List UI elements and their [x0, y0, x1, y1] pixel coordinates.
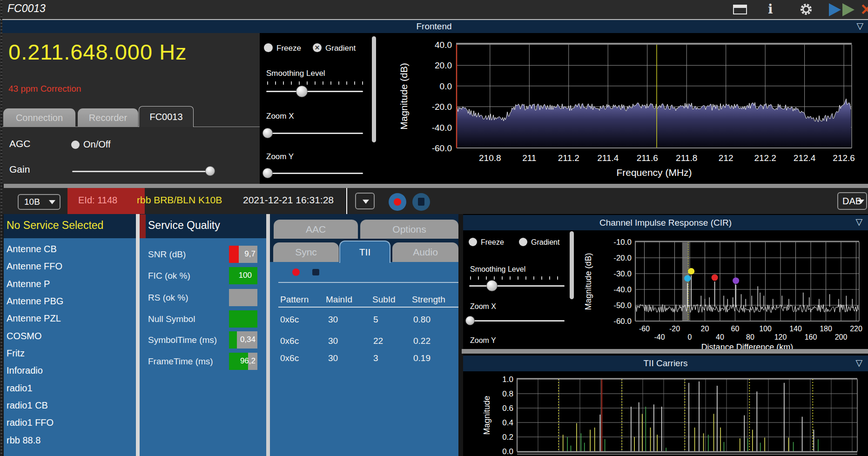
cir-smoothing-ticks	[470, 276, 565, 280]
service-item[interactable]: Antenne FFO	[7, 261, 62, 272]
tii-carriers-header-bar: TII Carriers ▽	[463, 355, 868, 371]
spectrum-zoomx-handle[interactable]	[262, 128, 273, 138]
cir-plot: -10.0-20.0-30.0-40.0-50.0-60.0-60-202060…	[577, 230, 868, 354]
cir-gradient-radio[interactable]	[519, 238, 527, 246]
window-layout-icon[interactable]	[733, 5, 747, 14]
service-item[interactable]: radio1 FFO	[7, 417, 54, 428]
channel-select[interactable]: 10B	[18, 194, 61, 210]
svg-text:0.0: 0.0	[502, 447, 513, 456]
cir-smoothing-handle[interactable]	[486, 280, 498, 291]
service-item[interactable]: COSMO	[7, 331, 42, 342]
tab-aac[interactable]: AAC	[274, 220, 358, 239]
cir-controls-scrollbar[interactable]	[570, 231, 574, 299]
tii-record-dot-icon[interactable]	[292, 268, 300, 276]
service-item[interactable]: Fritz	[7, 348, 25, 359]
svg-text:220: 220	[850, 325, 862, 333]
service-item[interactable]: rbb 88.8	[7, 435, 40, 446]
info-icon[interactable]: ℹ	[768, 1, 773, 17]
gain-slider-track[interactable]	[72, 171, 211, 172]
svg-text:0.0: 0.0	[440, 81, 452, 91]
svg-text:210.8: 210.8	[479, 153, 501, 163]
spectrum-gradient-checkbox[interactable]: ✕	[313, 43, 322, 52]
spectrum-smoothing-handle[interactable]	[296, 86, 308, 97]
cir-header-bar: Channel Impulse Response (CIR) ▽	[463, 215, 868, 230]
panel-divider	[136, 214, 140, 456]
service-quality-header-bar: Service Quality	[140, 214, 266, 238]
stop-square-icon	[418, 198, 424, 206]
tii-cell: 30	[328, 353, 338, 363]
svg-text:-60: -60	[639, 325, 650, 333]
cir-freeze-label: Freeze	[481, 238, 504, 247]
cir-hscrollbar[interactable]	[462, 349, 868, 354]
cir-smoothing-track[interactable]	[469, 285, 565, 287]
spectrum-freeze-label: Freeze	[276, 44, 301, 53]
close-icon[interactable]: ✕	[860, 0, 868, 19]
spectrum-controls-scrollbar[interactable]	[372, 36, 376, 142]
record-button[interactable]	[389, 193, 406, 211]
tab-tii[interactable]: TII	[339, 241, 390, 263]
svg-text:120: 120	[774, 333, 787, 341]
tab-options[interactable]: Options	[360, 220, 458, 239]
spectrum-zoomx-track[interactable]	[266, 133, 363, 134]
service-item[interactable]: radio1	[7, 383, 33, 394]
svg-text:0.6: 0.6	[502, 404, 513, 413]
stop-button[interactable]	[412, 193, 430, 211]
spectrum-zoomy-handle[interactable]	[262, 168, 273, 178]
svg-text:211: 211	[522, 153, 536, 163]
cir-zoomx-track[interactable]	[469, 320, 565, 322]
symboltime-bar: 0,34	[229, 331, 257, 349]
eid-value: EId: 1148	[78, 195, 117, 206]
eid-alert-box: EId: 1148	[67, 188, 145, 214]
frontend-hscrollbar[interactable]	[4, 184, 868, 188]
svg-text:40.0: 40.0	[435, 40, 452, 50]
service-item[interactable]: Antenne CB	[7, 244, 57, 255]
expand-dropdown-arrow-icon	[363, 200, 369, 204]
tii-carriers-plot: 1.00.80.60.40.20.0Magnitude	[465, 371, 868, 456]
service-item[interactable]: Antenne P	[7, 279, 50, 289]
start-green-icon[interactable]	[842, 3, 855, 16]
tii-stop-square-icon[interactable]	[312, 269, 319, 275]
service-item[interactable]: Antenne PBG	[7, 296, 63, 307]
svg-text:-20.0: -20.0	[613, 254, 632, 262]
service-item[interactable]: radio1 CB	[7, 400, 48, 411]
tab-fc0013[interactable]: FC0013	[139, 106, 194, 127]
svg-text:60: 60	[731, 325, 740, 333]
gear-icon[interactable]	[799, 2, 814, 17]
spectrum-gradient-label: Gradient	[325, 44, 356, 53]
tii-col-strength: Strength	[412, 295, 445, 305]
cir-freeze-radio[interactable]	[469, 238, 477, 246]
svg-text:80: 80	[746, 333, 754, 341]
agc-radio[interactable]	[71, 141, 80, 149]
cir-gradient-label: Gradient	[531, 238, 559, 247]
svg-text:Magnitude: Magnitude	[482, 396, 491, 435]
tab-connection[interactable]: Connection	[3, 108, 75, 127]
svg-text:20: 20	[701, 325, 709, 333]
tab-audio[interactable]: Audio	[392, 242, 458, 262]
spectrum-zoomy-label: Zoom Y	[266, 152, 294, 161]
start-blue-icon[interactable]	[829, 3, 841, 16]
dock-handle[interactable]	[0, 0, 2, 456]
cir-collapse-icon[interactable]: ▽	[855, 217, 862, 226]
cir-header-title: Channel Impulse Response (CIR)	[463, 215, 868, 230]
tab-recorder[interactable]: Recorder	[78, 108, 138, 127]
gain-slider-handle[interactable]	[205, 166, 215, 176]
tii-cell: 30	[328, 315, 338, 325]
svg-text:211.2: 211.2	[558, 153, 579, 163]
spectrum-freeze-radio[interactable]	[264, 43, 273, 52]
fic-bar: 100	[229, 267, 257, 284]
expand-dropdown-button[interactable]	[355, 193, 375, 209]
cir-zoomx-handle[interactable]	[465, 316, 475, 325]
spectrum-zoomy-track[interactable]	[266, 173, 363, 174]
mode-select-arrow-icon	[858, 200, 864, 204]
service-item[interactable]: Inforadio	[7, 365, 43, 376]
tii-cell: 0.22	[413, 336, 431, 346]
service-item[interactable]: Antenne PZL	[7, 313, 61, 324]
tii-carriers-collapse-icon[interactable]: ▽	[855, 358, 862, 367]
svg-text:-40.0: -40.0	[432, 123, 452, 133]
mode-select[interactable]: DAB	[837, 192, 867, 210]
spectrum-smoothing-track[interactable]	[266, 91, 363, 92]
svg-text:Magnitude (dB): Magnitude (dB)	[584, 253, 593, 310]
selected-service-label: No Service Selected	[7, 219, 103, 232]
svg-text:Frequency (MHz): Frequency (MHz)	[616, 167, 692, 178]
tab-sync[interactable]: Sync	[273, 242, 339, 262]
